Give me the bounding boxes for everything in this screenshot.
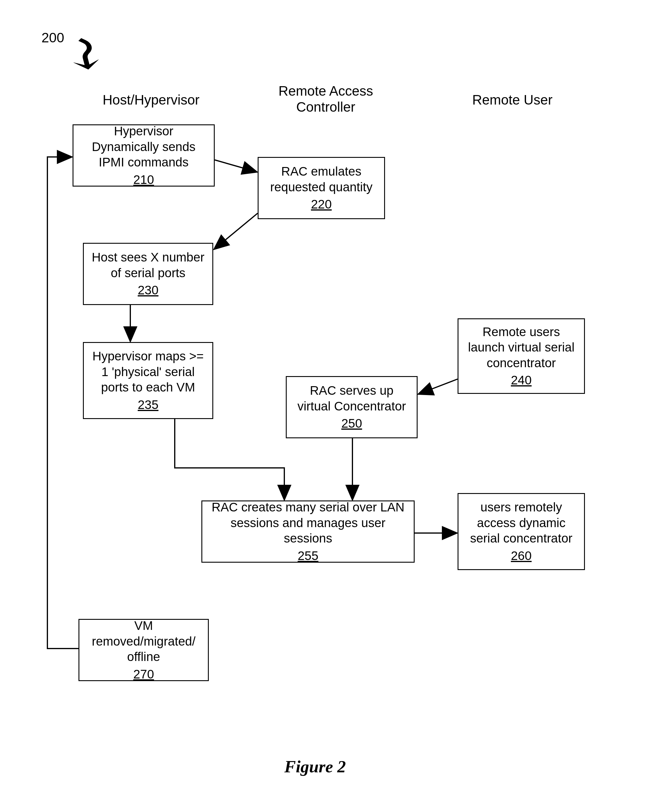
box-250-ref: 250	[341, 416, 362, 431]
svg-line-4	[419, 379, 457, 394]
figure-caption: Figure 2	[284, 757, 346, 776]
svg-line-1	[215, 160, 256, 172]
box-270: VM removed/migrated/ offline 270	[78, 619, 209, 681]
box-230: Host sees X number of serial ports 230	[83, 243, 213, 305]
box-210-text: Hypervisor Dynamically sends IPMI comman…	[80, 124, 208, 170]
box-220-ref: 220	[311, 197, 332, 212]
svg-line-2	[215, 213, 258, 249]
box-255-text: RAC creates many serial over LAN session…	[208, 500, 408, 546]
column-header-host: Host/Hypervisor	[89, 92, 213, 108]
box-260: users remotely access dynamic serial con…	[457, 493, 585, 570]
box-230-ref: 230	[138, 283, 158, 298]
box-210-ref: 210	[133, 172, 154, 188]
box-235-ref: 235	[138, 397, 158, 413]
box-255: RAC creates many serial over LAN session…	[202, 500, 415, 563]
box-230-text: Host sees X number of serial ports	[90, 250, 207, 281]
diagram-page: 200 ⤳ Host/Hypervisor Remote Access Cont…	[0, 0, 664, 812]
box-240-ref: 240	[511, 373, 532, 388]
box-260-text: users remotely access dynamic serial con…	[464, 500, 578, 546]
box-260-ref: 260	[511, 548, 532, 564]
box-235: Hypervisor maps >= 1 'physical' serial p…	[83, 342, 213, 419]
box-270-text: VM removed/migrated/ offline	[85, 618, 202, 665]
box-235-text: Hypervisor maps >= 1 'physical' serial p…	[90, 348, 207, 395]
box-250: RAC serves up virtual Concentrator 250	[286, 376, 418, 438]
box-220: RAC emulates requested quantity 220	[258, 157, 385, 219]
box-255-ref: 255	[298, 548, 318, 564]
box-220-text: RAC emulates requested quantity	[264, 164, 378, 195]
column-header-rac: Remote Access Controller	[264, 83, 388, 115]
box-240-text: Remote users launch virtual serial conce…	[464, 324, 578, 371]
box-240: Remote users launch virtual serial conce…	[457, 318, 585, 394]
box-210: Hypervisor Dynamically sends IPMI comman…	[73, 124, 215, 187]
box-250-text: RAC serves up virtual Concentrator	[293, 383, 411, 414]
column-header-user: Remote User	[450, 92, 574, 108]
box-270-ref: 270	[133, 667, 154, 682]
